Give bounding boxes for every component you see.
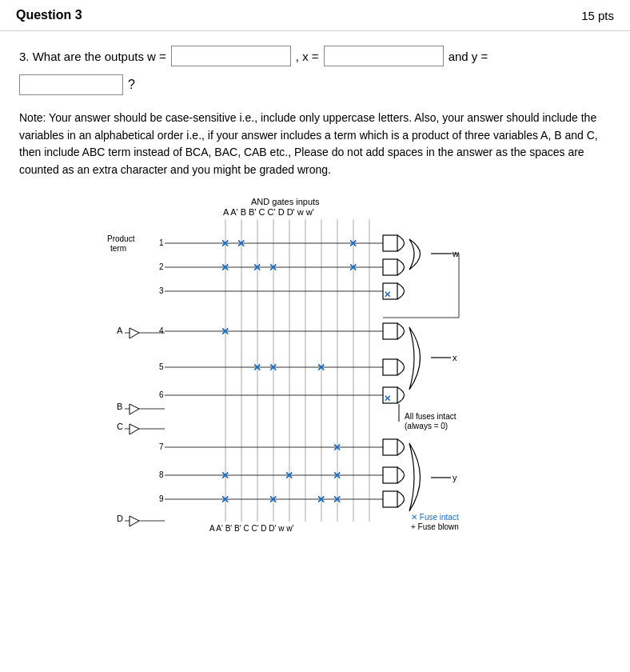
question-mark: ?	[128, 78, 135, 92]
fuse-r4-A: ✕	[221, 326, 229, 338]
fuse-r2-B: ✕	[253, 262, 261, 274]
and-gates-label: AND gates inputs	[251, 197, 320, 206]
row-8: 8	[159, 470, 164, 479]
always-label: (always = 0)	[405, 422, 448, 430]
input-A-label: A	[117, 326, 123, 335]
fuse-r9-D: ✕	[317, 494, 325, 506]
output-x-label: x	[453, 353, 457, 362]
svg-rect-23	[383, 323, 397, 339]
input-y[interactable]	[19, 74, 123, 95]
circuit-diagram: AND gates inputs A A' B B' C C' D D' w w…	[99, 194, 531, 538]
row-3: 3	[159, 286, 164, 295]
fuse-r9-Dp: ✕	[333, 494, 341, 506]
row-9: 9	[159, 494, 164, 503]
fuse-r5-D: ✕	[317, 362, 325, 374]
row-4: 4	[159, 326, 164, 335]
fuse-r6-gate: ✕	[384, 394, 391, 403]
output-y-label: y	[453, 473, 457, 482]
question-title: Question 3	[16, 8, 82, 22]
row-1: 1	[159, 238, 164, 247]
inputs-label-bottom: A A' B' B' C C' D D' w w'	[209, 524, 293, 533]
row-6: 6	[159, 390, 164, 399]
product-term-label2: term	[110, 244, 126, 253]
fuse-r2-A: ✕	[221, 262, 229, 274]
product-term-label: Product	[107, 234, 135, 243]
x-label: , x =	[296, 50, 319, 63]
svg-rect-20	[383, 259, 397, 275]
fuse-r1-w: ✕	[349, 238, 357, 250]
fuse-intact-label: ✕ Fuse intact	[411, 513, 459, 522]
fuse-r5-Bp: ✕	[269, 362, 277, 374]
svg-rect-28	[383, 439, 397, 455]
fuse-r2-w: ✕	[349, 262, 357, 274]
fuse-r2-Bp: ✕	[269, 262, 277, 274]
svg-rect-30	[383, 491, 397, 507]
fuse-r1-Ap: ✕	[237, 238, 245, 250]
svg-rect-24	[383, 359, 397, 375]
fuse-r8-C: ✕	[285, 470, 293, 482]
fuse-r8-Dp: ✕	[333, 470, 341, 482]
inputs-label-top: A A' B B' C C' D D' w w'	[223, 207, 314, 217]
input-w[interactable]	[171, 46, 291, 66]
row-2: 2	[159, 262, 164, 271]
row-5: 5	[159, 362, 164, 371]
points-label: 15 pts	[581, 9, 614, 22]
fuse-r9-Bp: ✕	[269, 494, 277, 506]
input-D-label: D	[117, 514, 123, 523]
question-text: 3. What are the outputs w =	[19, 50, 166, 63]
svg-rect-19	[383, 235, 397, 251]
fuse-r3-gate: ✕	[384, 290, 391, 299]
question-row: 3. What are the outputs w = , x = and y …	[19, 46, 611, 66]
fuse-blown-label: + Fuse blown	[411, 522, 459, 531]
and-y-label: and y =	[449, 50, 488, 63]
fuse-r7-Dp: ✕	[333, 442, 341, 454]
input-B-label: B	[117, 402, 122, 411]
all-fuses-label: All fuses intact	[405, 412, 457, 421]
second-row: ?	[19, 74, 611, 95]
fuse-r5-B: ✕	[253, 362, 261, 374]
note-text: Note: Your answer should be case-sensiti…	[19, 110, 611, 179]
input-C-label: C	[117, 422, 123, 431]
fuse-r1-A: ✕	[221, 238, 229, 250]
fuse-r8-A: ✕	[221, 470, 229, 482]
svg-rect-29	[383, 467, 397, 483]
input-x[interactable]	[324, 46, 444, 66]
fuse-r9-A: ✕	[221, 494, 229, 506]
row-7: 7	[159, 442, 164, 451]
